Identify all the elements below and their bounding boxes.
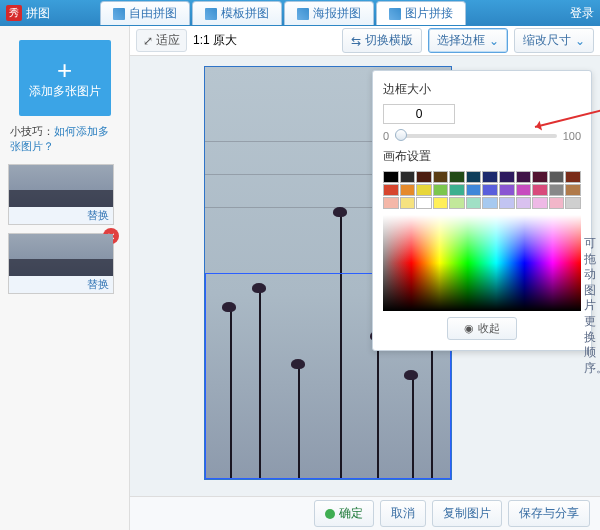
tab-image-stitch[interactable]: 图片拼接 (376, 1, 466, 25)
color-swatch[interactable] (449, 171, 465, 183)
color-swatches (383, 171, 581, 209)
zoom-ratio[interactable]: 1:1 原大 (193, 32, 237, 49)
color-swatch[interactable] (433, 197, 449, 209)
color-swatch[interactable] (466, 197, 482, 209)
color-swatch[interactable] (449, 197, 465, 209)
color-swatch[interactable] (482, 197, 498, 209)
color-swatch[interactable] (466, 184, 482, 196)
thumb-image (9, 234, 113, 276)
check-icon (325, 509, 335, 519)
color-swatch[interactable] (499, 197, 515, 209)
select-border-button[interactable]: 选择边框⌄ (428, 28, 508, 53)
resize-button[interactable]: 缩改尺寸⌄ (514, 28, 594, 53)
plus-icon: + (57, 57, 72, 83)
border-size-input[interactable] (383, 104, 455, 124)
tab-label: 图片拼接 (405, 5, 453, 22)
sidebar: + 添加多张图片 小技巧：如何添加多张图片？ 1 替换 2 ✕ 替换 (0, 26, 130, 530)
btn-label: 选择边框 (437, 32, 485, 49)
grid-icon (205, 8, 217, 20)
color-swatch[interactable] (416, 197, 432, 209)
thumb-image (9, 165, 113, 207)
grid-icon (389, 8, 401, 20)
switch-template-button[interactable]: ⇆切换横版 (342, 28, 422, 53)
color-swatch[interactable] (549, 184, 565, 196)
color-swatch[interactable] (532, 171, 548, 183)
btn-label: 确定 (339, 505, 363, 522)
app-title: 拼图 (26, 5, 50, 22)
slider-min: 0 (383, 130, 389, 142)
color-swatch[interactable] (383, 171, 399, 183)
color-gradient-picker[interactable] (383, 215, 581, 311)
slider-knob[interactable] (395, 129, 407, 141)
btn-label: 切换横版 (365, 32, 413, 49)
swap-icon: ⇆ (351, 34, 361, 48)
color-swatch[interactable] (516, 171, 532, 183)
grid-icon (113, 8, 125, 20)
collapse-panel-button[interactable]: ◉ 收起 (447, 317, 516, 340)
color-swatch[interactable] (516, 184, 532, 196)
color-swatch[interactable] (499, 171, 515, 183)
color-swatch[interactable] (383, 184, 399, 196)
canvas-toolbar: ⤢ 适应 1:1 原大 ⇆切换横版 选择边框⌄ 缩改尺寸⌄ (130, 26, 600, 56)
fit-label: 适应 (156, 32, 180, 49)
ok-button[interactable]: 确定 (314, 500, 374, 527)
color-swatch[interactable] (383, 197, 399, 209)
border-panel: 边框大小 0 100 画布设置 ◉ 收起 (372, 70, 592, 351)
replace-button[interactable]: 替换 (9, 276, 113, 293)
btn-label: 保存与分享 (519, 505, 579, 522)
color-swatch[interactable] (433, 171, 449, 183)
color-swatch[interactable] (549, 197, 565, 209)
tab-poster-collage[interactable]: 海报拼图 (284, 1, 374, 25)
color-swatch[interactable] (565, 184, 581, 196)
copy-image-button[interactable]: 复制图片 (432, 500, 502, 527)
color-swatch[interactable] (516, 197, 532, 209)
tab-free-collage[interactable]: 自由拼图 (100, 1, 190, 25)
thumbnail-list: 1 替换 2 ✕ 替换 (8, 164, 121, 294)
btn-label: 取消 (391, 505, 415, 522)
color-swatch[interactable] (532, 197, 548, 209)
color-swatch[interactable] (482, 171, 498, 183)
slider-max: 100 (563, 130, 581, 142)
color-swatch[interactable] (433, 184, 449, 196)
login-link[interactable]: 登录 (570, 5, 594, 22)
color-swatch[interactable] (565, 171, 581, 183)
color-swatch[interactable] (416, 171, 432, 183)
color-swatch[interactable] (400, 184, 416, 196)
color-swatch[interactable] (549, 171, 565, 183)
title-bar: 秀 拼图 自由拼图 模板拼图 海报拼图 图片拼接 登录 (0, 0, 600, 26)
color-swatch[interactable] (416, 184, 432, 196)
color-swatch[interactable] (482, 184, 498, 196)
tip-text: 小技巧：如何添加多张图片？ (10, 124, 119, 154)
chevron-down-icon: ⌄ (489, 34, 499, 48)
color-swatch[interactable] (400, 171, 416, 183)
app-logo-icon: 秀 (6, 5, 22, 21)
mode-tabs: 自由拼图 模板拼图 海报拼图 图片拼接 (100, 1, 468, 25)
add-images-label: 添加多张图片 (29, 83, 101, 100)
color-swatch[interactable] (532, 184, 548, 196)
workarea: ⤢ 适应 1:1 原大 ⇆切换横版 选择边框⌄ 缩改尺寸⌄ (130, 26, 600, 530)
tab-label: 海报拼图 (313, 5, 361, 22)
color-swatch[interactable] (449, 184, 465, 196)
chevron-down-icon: ⌄ (575, 34, 585, 48)
grid-icon (297, 8, 309, 20)
thumbnail-item[interactable]: 2 ✕ 替换 (8, 233, 114, 294)
tab-label: 自由拼图 (129, 5, 177, 22)
color-swatch[interactable] (466, 171, 482, 183)
color-swatch[interactable] (565, 197, 581, 209)
thumbnail-item[interactable]: 1 替换 (8, 164, 114, 225)
border-size-slider[interactable] (395, 134, 557, 138)
add-images-button[interactable]: + 添加多张图片 (19, 40, 111, 116)
cancel-button[interactable]: 取消 (380, 500, 426, 527)
tab-label: 模板拼图 (221, 5, 269, 22)
tab-template-collage[interactable]: 模板拼图 (192, 1, 282, 25)
btn-label: 缩改尺寸 (523, 32, 571, 49)
color-swatch[interactable] (499, 184, 515, 196)
replace-button[interactable]: 替换 (9, 207, 113, 224)
save-share-button[interactable]: 保存与分享 (508, 500, 590, 527)
fit-icon: ⤢ (143, 34, 153, 48)
btn-label: 复制图片 (443, 505, 491, 522)
zoom-fit-toggle[interactable]: ⤢ 适应 (136, 29, 187, 52)
color-swatch[interactable] (400, 197, 416, 209)
canvas-settings-label: 画布设置 (383, 148, 581, 165)
border-size-label: 边框大小 (383, 81, 581, 98)
